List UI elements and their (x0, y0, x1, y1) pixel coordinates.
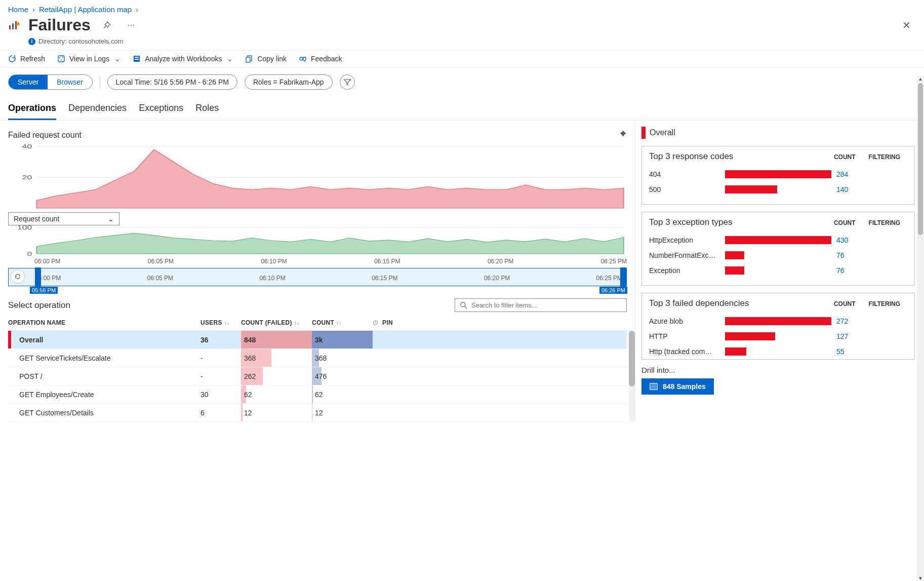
brush-handle-start[interactable] (35, 267, 41, 288)
breadcrumb-app[interactable]: RetailApp | Application map (39, 5, 132, 14)
svg-text:100: 100 (17, 225, 32, 230)
operation-scrollbar[interactable] (629, 331, 635, 422)
refresh-button[interactable]: Refresh (8, 55, 45, 63)
list-item[interactable]: 404 284 (649, 167, 907, 182)
title-bar: ! Failures ⋯ ✕ (0, 16, 924, 37)
svg-point-14 (300, 57, 303, 60)
brush-handle-end[interactable] (620, 267, 626, 288)
close-button[interactable]: ✕ (897, 16, 916, 34)
list-item[interactable]: Http (tracked com… 55 (649, 344, 907, 359)
overall-header: Overall (641, 127, 915, 139)
time-tick: 06:10 PM (259, 275, 285, 282)
refresh-icon (8, 55, 16, 63)
col-count: COUNT (834, 153, 856, 161)
list-item[interactable]: HTTP 127 (649, 329, 907, 344)
op-users: - (200, 372, 241, 380)
overall-color-chip (641, 127, 646, 139)
svg-text:0: 0 (27, 251, 32, 256)
scroll-up-icon[interactable]: ▲ (918, 76, 923, 82)
feedback-button[interactable]: Feedback (299, 55, 342, 63)
pin-icon (618, 130, 627, 139)
list-item[interactable]: NumberFormatExc… 76 (649, 248, 907, 263)
panel-response-codes: Top 3 response codes COUNT FILTERING 404… (641, 146, 915, 205)
list-item[interactable]: HttpException 430 (649, 233, 907, 248)
time-tick: 06:25 PM (601, 258, 627, 265)
item-bar (725, 170, 831, 178)
page-scrollbar[interactable]: ▲ ▼ (917, 76, 924, 422)
op-failed: 848 (241, 331, 312, 348)
col-count[interactable]: COUNT↑↓ (312, 319, 373, 326)
col-count: COUNT (834, 300, 856, 307)
tab-dependencies[interactable]: Dependencies (68, 100, 127, 120)
col-failed[interactable]: COUNT (FAILED)↑↓ (241, 319, 312, 326)
pin-button[interactable] (99, 17, 115, 33)
op-users: 30 (200, 391, 241, 399)
list-item[interactable]: Azure blob 272 (649, 314, 907, 329)
time-axis-brush: 06:00 PM06:05 PM06:10 PM06:15 PM06:20 PM… (9, 273, 622, 284)
svg-rect-5 (58, 56, 64, 62)
col-filtering: FILTERING (869, 300, 900, 307)
table-row[interactable]: GET Customers/Details 6 12 12 (8, 404, 627, 422)
item-count[interactable]: 284 (836, 170, 867, 178)
scrollbar-thumb[interactable] (918, 83, 923, 235)
copy-link-button[interactable]: Copy link (245, 55, 287, 63)
view-tabs: Operations Dependencies Exceptions Roles (0, 100, 924, 120)
roles-pill[interactable]: Roles = Fabrikam-App (245, 74, 333, 90)
add-filter-button[interactable]: + (340, 74, 355, 90)
drill-into-title: Drill into... (641, 366, 915, 374)
panel-exception-types: Top 3 exception types COUNT FILTERING Ht… (641, 212, 915, 286)
item-count[interactable]: 127 (836, 332, 867, 340)
browser-segment[interactable]: Browser (48, 75, 92, 89)
item-bar (725, 236, 831, 244)
op-users: 6 (200, 409, 241, 417)
item-count[interactable]: 55 (836, 347, 867, 356)
svg-rect-1 (12, 23, 14, 29)
chevron-down-icon: ⌄ (108, 215, 114, 223)
item-label: 404 (649, 170, 720, 178)
svg-rect-0 (9, 25, 11, 29)
metric-selector[interactable]: Request count ⌄ (8, 212, 119, 225)
item-count[interactable]: 140 (836, 185, 867, 193)
table-row[interactable]: GET Employees/Create 30 62 62 (8, 385, 627, 404)
col-operation-name[interactable]: OPERATION NAME (8, 319, 200, 326)
samples-button[interactable]: 848 Samples (641, 378, 714, 395)
pin-chart-button[interactable] (618, 130, 627, 140)
failed-request-chart[interactable]: 2040 (8, 144, 627, 210)
operation-search-input[interactable] (471, 301, 621, 309)
item-count[interactable]: 76 (836, 266, 867, 275)
tab-roles[interactable]: Roles (195, 100, 219, 120)
tab-operations[interactable]: Operations (8, 100, 56, 120)
operation-search[interactable] (455, 298, 627, 312)
server-segment[interactable]: Server (9, 75, 48, 89)
analyze-workbooks-button[interactable]: Analyze with Workbooks ⌄ (133, 55, 233, 63)
panel-rows: 404 284 500 140 (649, 167, 907, 197)
time-brush[interactable]: 06:00 PM06:05 PM06:10 PM06:15 PM06:20 PM… (8, 268, 627, 286)
item-count[interactable]: 76 (836, 251, 867, 259)
item-count[interactable]: 272 (836, 317, 867, 325)
list-icon (650, 382, 658, 391)
funnel-plus-icon: + (343, 78, 351, 86)
col-pin[interactable]: PIN (373, 319, 393, 326)
op-count: 12 (312, 404, 373, 421)
brush-label-start: 05:56 PM (30, 287, 58, 294)
item-count[interactable]: 430 (836, 236, 867, 244)
table-row[interactable]: Overall 36 848 3k (8, 331, 627, 349)
list-item[interactable]: 500 140 (649, 182, 907, 197)
view-in-logs-button[interactable]: View in Logs ⌄ (57, 55, 120, 63)
scrollbar-thumb[interactable] (629, 331, 635, 386)
breadcrumb-home[interactable]: Home (8, 5, 28, 14)
op-users: - (200, 354, 241, 362)
svg-text:+: + (349, 78, 351, 82)
table-row[interactable]: GET ServiceTickets/Escalate - 368 368 (8, 349, 627, 367)
col-users[interactable]: USERS↑↓ (200, 319, 241, 326)
table-row[interactable]: POST / - 262 476 (8, 367, 627, 385)
request-count-chart[interactable]: 0100 (8, 225, 627, 256)
op-name: POST / (8, 372, 200, 380)
item-label: Http (tracked com… (649, 347, 720, 356)
more-button[interactable]: ⋯ (123, 17, 139, 33)
item-bar (725, 332, 775, 340)
tab-exceptions[interactable]: Exceptions (139, 100, 183, 120)
list-item[interactable]: Exception 76 (649, 263, 907, 278)
chevron-right-icon: › (136, 5, 138, 14)
time-range-pill[interactable]: Local Time: 5/16 5:56 PM - 6:26 PM (107, 74, 237, 90)
